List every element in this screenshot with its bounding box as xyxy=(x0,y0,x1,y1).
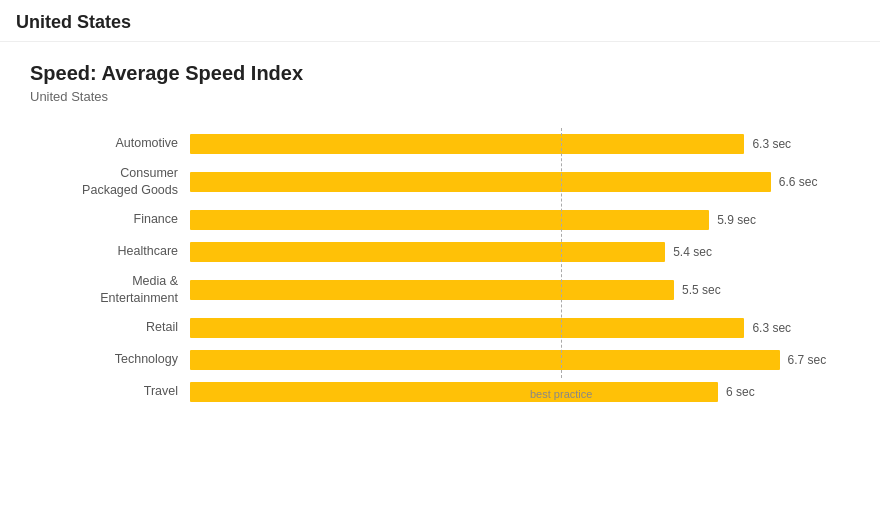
table-row: ConsumerPackaged Goods6.6 sec xyxy=(30,160,850,204)
bar-value: 6.7 sec xyxy=(788,353,827,367)
table-row: Retail6.3 sec xyxy=(30,312,850,344)
bar-label: Retail xyxy=(30,319,190,337)
bar-label: Healthcare xyxy=(30,243,190,261)
bar-value: 6.6 sec xyxy=(779,175,818,189)
bar-value: 6.3 sec xyxy=(752,137,791,151)
bar-fill xyxy=(190,242,665,262)
table-row: Travel6 sec xyxy=(30,376,850,408)
bar-label: Finance xyxy=(30,211,190,229)
bar-value: 6.3 sec xyxy=(752,321,791,335)
table-row: Finance5.9 sec xyxy=(30,204,850,236)
bar-label: Travel xyxy=(30,383,190,401)
bar-wrapper: 6.3 sec xyxy=(190,318,850,338)
bar-fill xyxy=(190,210,709,230)
chart-container: Speed: Average Speed Index United States… xyxy=(0,42,880,438)
bar-wrapper: 6.6 sec xyxy=(190,172,850,192)
bar-label: Technology xyxy=(30,351,190,369)
bar-label: ConsumerPackaged Goods xyxy=(30,165,190,200)
bar-value: 6 sec xyxy=(726,385,755,399)
best-practice-label: best practice xyxy=(530,388,592,400)
page-title: United States xyxy=(0,0,880,42)
chart-rows-wrapper: Automotive6.3 secConsumerPackaged Goods6… xyxy=(30,128,850,408)
table-row: Automotive6.3 sec xyxy=(30,128,850,160)
bar-value: 5.9 sec xyxy=(717,213,756,227)
bar-fill xyxy=(190,350,780,370)
bar-wrapper: 6.3 sec xyxy=(190,134,850,154)
bar-fill xyxy=(190,382,718,402)
bar-label: Automotive xyxy=(30,135,190,153)
bar-fill xyxy=(190,280,674,300)
bar-wrapper: 5.4 sec xyxy=(190,242,850,262)
bar-wrapper: 5.5 sec xyxy=(190,280,850,300)
table-row: Technology6.7 sec xyxy=(30,344,850,376)
bar-label: Media &Entertainment xyxy=(30,273,190,308)
bar-fill xyxy=(190,172,771,192)
bar-fill xyxy=(190,134,744,154)
table-row: Media &Entertainment5.5 sec xyxy=(30,268,850,312)
bar-fill xyxy=(190,318,744,338)
bar-value: 5.4 sec xyxy=(673,245,712,259)
bar-wrapper: 6.7 sec xyxy=(190,350,850,370)
bar-wrapper: 6 sec xyxy=(190,382,850,402)
chart-area: Automotive6.3 secConsumerPackaged Goods6… xyxy=(30,128,850,408)
chart-subtitle: United States xyxy=(30,89,850,104)
bar-wrapper: 5.9 sec xyxy=(190,210,850,230)
table-row: Healthcare5.4 sec xyxy=(30,236,850,268)
chart-title: Speed: Average Speed Index xyxy=(30,62,850,85)
bar-value: 5.5 sec xyxy=(682,283,721,297)
